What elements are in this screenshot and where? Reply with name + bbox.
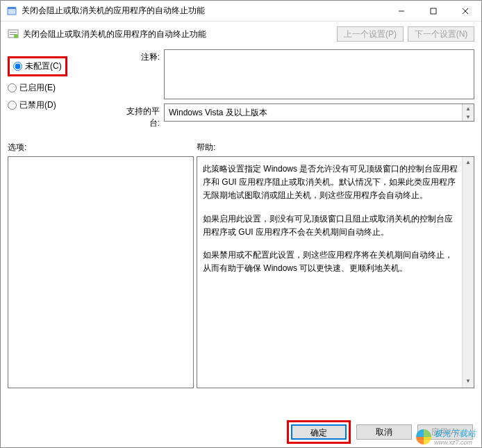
svg-rect-7: [10, 32, 17, 33]
app-icon: [6, 6, 17, 17]
prev-setting-button[interactable]: 上一个设置(P): [337, 26, 404, 42]
platform-value: Windows Vista 及以上版本: [169, 107, 469, 119]
minimize-button[interactable]: [385, 1, 417, 21]
help-panel: 此策略设置指定 Windows 是否允许没有可见顶级窗口的控制台应用程序和 GU…: [197, 156, 474, 388]
titlebar: 关闭会阻止或取消关机的应用程序的自动终止功能: [1, 1, 481, 22]
svg-rect-3: [431, 8, 436, 14]
comment-label: 注释:: [122, 49, 164, 63]
scroll-down-icon[interactable]: ▼: [463, 113, 474, 121]
toolbar: 关闭会阻止或取消关机的应用程序的自动终止功能 上一个设置(P) 下一个设置(N): [1, 22, 481, 47]
highlight-not-configured: 未配置(C): [8, 56, 67, 76]
platform-label: 支持的平台:: [122, 103, 164, 129]
platform-scrollbar[interactable]: ▲ ▼: [462, 104, 474, 121]
help-scrollbar[interactable]: ▲ ▼: [462, 157, 474, 388]
radio-disabled-label: 已禁用(D): [19, 99, 56, 111]
radio-enabled[interactable]: [8, 83, 17, 92]
next-setting-button[interactable]: 下一个设置(N): [408, 26, 474, 42]
svg-rect-0: [8, 8, 16, 15]
comment-input[interactable]: [164, 49, 474, 99]
help-paragraph-1: 此策略设置指定 Windows 是否允许没有可见顶级窗口的控制台应用程序和 GU…: [203, 163, 458, 203]
section-labels: 选项: 帮助:: [1, 136, 481, 156]
scroll-down-icon[interactable]: ▼: [463, 376, 474, 388]
help-label: 帮助:: [197, 142, 215, 154]
options-label: 选项:: [8, 142, 197, 154]
cancel-button[interactable]: 取消: [356, 424, 412, 440]
radio-disabled[interactable]: [8, 101, 17, 110]
svg-rect-1: [8, 7, 16, 9]
radio-not-configured[interactable]: [13, 62, 22, 71]
svg-point-9: [14, 34, 18, 38]
lower-section: 此策略设置指定 Windows 是否允许没有可见顶级窗口的控制台应用程序和 GU…: [1, 156, 481, 388]
apply-button[interactable]: 应用(A): [417, 424, 473, 440]
maximize-button[interactable]: [417, 1, 449, 21]
toolbar-title: 关闭会阻止或取消关机的应用程序的自动终止功能: [23, 28, 333, 40]
platform-box: Windows Vista 及以上版本 ▲ ▼: [164, 103, 474, 122]
footer: 确定 取消 应用(A): [1, 416, 481, 447]
upper-section: 未配置(C) 已启用(E) 已禁用(D) 注释: 支持的平台: Windows …: [1, 47, 481, 136]
window-controls: [385, 1, 481, 21]
radio-enabled-label: 已启用(E): [19, 82, 56, 94]
scroll-up-icon[interactable]: ▲: [463, 157, 474, 169]
highlight-ok: 确定: [287, 420, 351, 444]
help-paragraph-2: 如果启用此设置，则没有可见顶级窗口且阻止或取消关机的控制台应用程序或 GUI 应…: [203, 213, 458, 239]
options-panel: [8, 156, 194, 388]
radio-group: 未配置(C) 已启用(E) 已禁用(D): [8, 49, 115, 133]
scroll-track[interactable]: [463, 169, 474, 376]
help-paragraph-3: 如果禁用或不配置此设置，则这些应用程序将在关机期间自动终止，从而有助于确保 Wi…: [203, 249, 458, 275]
policy-icon: [8, 28, 19, 40]
close-button[interactable]: [449, 1, 481, 21]
scroll-up-icon[interactable]: ▲: [463, 104, 474, 113]
window-title: 关闭会阻止或取消关机的应用程序的自动终止功能: [22, 5, 385, 17]
ok-button[interactable]: 确定: [291, 424, 347, 440]
form-column: 注释: 支持的平台: Windows Vista 及以上版本 ▲ ▼: [122, 49, 474, 133]
radio-not-configured-label: 未配置(C): [25, 60, 62, 72]
